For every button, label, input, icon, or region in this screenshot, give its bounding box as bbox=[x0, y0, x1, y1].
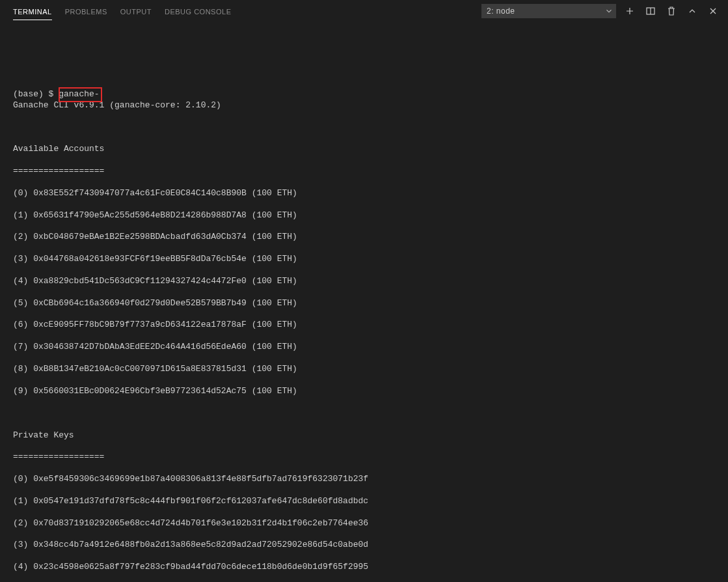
account-line: (3) 0x044768a042618e93FCF6f19eeBB5F8dDa7… bbox=[13, 254, 715, 265]
terminal-selector-dropdown[interactable]: 2: node bbox=[481, 4, 616, 18]
privkeys-header: Private Keys bbox=[13, 430, 715, 441]
privkey-line: (1) 0x0547e191d37dfd78f5c8c444fbf901f06f… bbox=[13, 496, 715, 507]
panel-tabs: TERMINAL PROBLEMS OUTPUT DEBUG CONSOLE bbox=[13, 3, 231, 20]
tab-output[interactable]: OUTPUT bbox=[120, 3, 152, 20]
split-terminal-button[interactable] bbox=[643, 4, 658, 18]
chevron-down-icon bbox=[604, 7, 613, 16]
account-line: (1) 0x65631f4790e5Ac255d5964eB8D214286b9… bbox=[13, 210, 715, 221]
trash-icon bbox=[666, 6, 677, 16]
chevron-up-icon bbox=[687, 6, 697, 16]
account-line: (7) 0x304638742D7bDAbA3EdEE2Dc464A416d56… bbox=[13, 342, 715, 353]
split-horizontal-icon bbox=[645, 6, 656, 16]
kill-terminal-button[interactable] bbox=[664, 4, 679, 18]
accounts-rule: ================== bbox=[13, 166, 715, 177]
account-line: (0) 0x83E552f7430947077a4c61Fc0E0C84C140… bbox=[13, 188, 715, 199]
account-line: (6) 0xcE9095FF78bC9B79f7737a9cD634122ea1… bbox=[13, 320, 715, 331]
panel-header: TERMINAL PROBLEMS OUTPUT DEBUG CONSOLE 2… bbox=[0, 0, 728, 22]
close-icon bbox=[708, 6, 718, 16]
terminal-output[interactable]: (base) $ ganache- Ganache CLI v6.9.1 (ga… bbox=[0, 22, 728, 582]
account-line: (2) 0xbC048679eBAe1B2Ee2598BDAcbadfd63dA… bbox=[13, 232, 715, 243]
tab-terminal[interactable]: TERMINAL bbox=[13, 3, 52, 20]
privkey-line: (4) 0x23c4598e0625a8f797fe283cf9bad44fdd… bbox=[13, 562, 715, 573]
prompt-prefix: (base) $ bbox=[13, 89, 59, 99]
maximize-panel-button[interactable] bbox=[685, 4, 699, 18]
plus-icon bbox=[625, 6, 635, 16]
prompt-line: (base) $ ganache- bbox=[13, 89, 100, 100]
account-line: (4) 0xa8829cbd541Dc563dC9Cf11294327424c4… bbox=[13, 276, 715, 287]
privkey-line: (0) 0xe5f8459306c3469699e1b87a4008306a81… bbox=[13, 474, 715, 485]
accounts-header: Available Accounts bbox=[13, 144, 715, 155]
new-terminal-button[interactable] bbox=[623, 4, 637, 18]
terminal-selector-label: 2: node bbox=[487, 7, 515, 16]
account-line: (5) 0xCBb6964c16a366940f0d279d0Dee52B579… bbox=[13, 298, 715, 309]
panel-actions: 2: node bbox=[481, 4, 720, 18]
privkey-line: (3) 0x348cc4b7a4912e6488fb0a2d13a868ee5c… bbox=[13, 540, 715, 551]
privkeys-rule: ================== bbox=[13, 452, 715, 463]
account-line: (8) 0xB8B1347eB210Ac0cC0070971D615a8E837… bbox=[13, 364, 715, 375]
account-line: (9) 0x5660031EBc0D0624E96Cbf3eB97723614d… bbox=[13, 386, 715, 397]
close-panel-button[interactable] bbox=[706, 4, 720, 18]
tab-debug-console[interactable]: DEBUG CONSOLE bbox=[165, 3, 231, 20]
tab-problems[interactable]: PROBLEMS bbox=[65, 3, 107, 20]
command-text: ganache- bbox=[59, 89, 99, 99]
version-line: Ganache CLI v6.9.1 (ganache-core: 2.10.2… bbox=[13, 100, 715, 111]
privkey-line: (2) 0x70d8371910292065e68cc4d724d4b701f6… bbox=[13, 518, 715, 529]
